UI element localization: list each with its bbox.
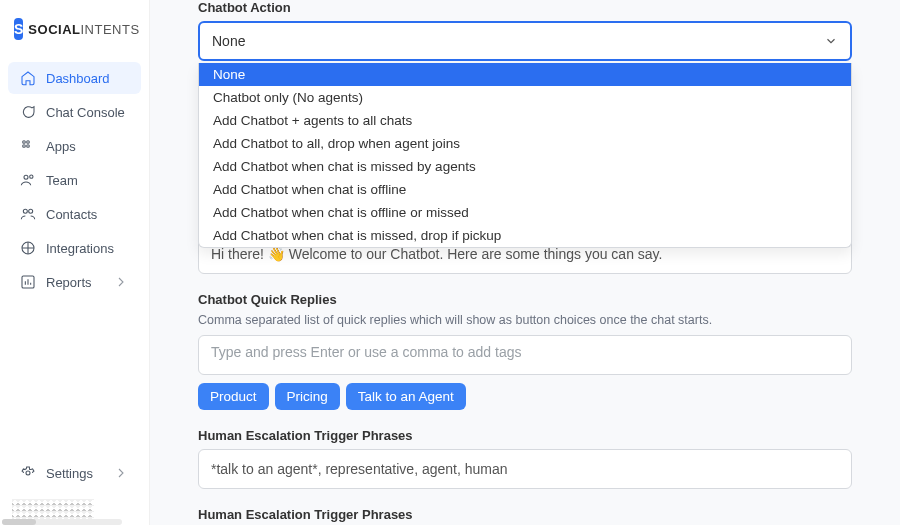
sidebar-item-reports[interactable]: Reports <box>8 266 141 298</box>
sidebar-item-integrations[interactable]: Integrations <box>8 232 141 264</box>
chevron-down-icon <box>824 34 838 48</box>
chat-icon <box>20 104 36 120</box>
escalation-response-label: Human Escalation Trigger Phrases <box>198 507 852 522</box>
home-icon <box>20 70 36 86</box>
chatbot-action-label: Chatbot Action <box>198 0 852 15</box>
dropdown-option[interactable]: Add Chatbot when chat is offline or miss… <box>199 201 851 224</box>
dropdown-option[interactable]: Add Chatbot + agents to all chats <box>199 109 851 132</box>
reports-icon <box>20 274 36 290</box>
main-content: Chatbot Action None None Chatbot only (N… <box>150 0 900 525</box>
quick-reply-tag[interactable]: Product <box>198 383 269 410</box>
quick-reply-tag[interactable]: Talk to an Agent <box>346 383 466 410</box>
svg-point-5 <box>30 175 33 178</box>
svg-point-10 <box>26 471 30 475</box>
quick-replies-help: Comma separated list of quick replies wh… <box>198 313 852 327</box>
svg-point-6 <box>23 209 27 213</box>
svg-point-4 <box>24 175 28 179</box>
dropdown-option[interactable]: Add Chatbot when chat is missed by agent… <box>199 155 851 178</box>
horizontal-scrollbar[interactable] <box>2 519 122 525</box>
sidebar-item-label: Dashboard <box>46 71 110 86</box>
dropdown-option[interactable]: Add Chatbot when chat is offline <box>199 178 851 201</box>
brand-logo-mark: S <box>14 18 23 40</box>
sidebar-item-dashboard[interactable]: Dashboard <box>8 62 141 94</box>
sidebar-item-label: Integrations <box>46 241 114 256</box>
svg-point-2 <box>23 145 26 148</box>
dropdown-option[interactable]: Add Chatbot when chat is missed, drop if… <box>199 224 851 247</box>
redacted-region <box>12 499 94 519</box>
svg-point-0 <box>23 141 26 144</box>
chatbot-action-dropdown: None Chatbot only (No agents) Add Chatbo… <box>198 63 852 248</box>
chatbot-action-select[interactable]: None <box>198 21 852 61</box>
sidebar-item-label: Contacts <box>46 207 97 222</box>
welcome-input-value: Hi there! 👋 Welcome to our Chatbot. Here… <box>211 246 662 262</box>
brand-logo-text: SOCIALINTENTS <box>28 22 139 37</box>
sidebar-item-contacts[interactable]: Contacts <box>8 198 141 230</box>
chatbot-action-select-wrap: None None Chatbot only (No agents) Add C… <box>198 21 852 61</box>
sidebar-item-label: Reports <box>46 275 92 290</box>
svg-point-1 <box>27 141 30 144</box>
quick-replies-label: Chatbot Quick Replies <box>198 292 852 307</box>
contacts-icon <box>20 206 36 222</box>
escalation-phrases-input[interactable]: *talk to an agent*, representative, agen… <box>198 449 852 489</box>
sidebar-item-label: Apps <box>46 139 76 154</box>
quick-reply-tag[interactable]: Pricing <box>275 383 340 410</box>
chevron-right-icon <box>113 465 129 481</box>
quick-replies-placeholder: Type and press Enter or use a comma to a… <box>211 344 522 360</box>
dropdown-option[interactable]: None <box>199 63 851 86</box>
sidebar: S SOCIALINTENTS Dashboard Chat Console A… <box>0 0 150 525</box>
svg-point-3 <box>27 145 30 148</box>
sidebar-nav: Dashboard Chat Console Apps Team Contact… <box>0 62 149 298</box>
sidebar-item-label: Settings <box>46 466 93 481</box>
sidebar-item-team[interactable]: Team <box>8 164 141 196</box>
sidebar-item-label: Team <box>46 173 78 188</box>
dropdown-option[interactable]: Chatbot only (No agents) <box>199 86 851 109</box>
sidebar-item-label: Chat Console <box>46 105 125 120</box>
quick-reply-tags: Product Pricing Talk to an Agent <box>198 383 852 410</box>
svg-point-7 <box>29 209 33 213</box>
quick-replies-input[interactable]: Type and press Enter or use a comma to a… <box>198 335 852 375</box>
escalation-phrases-value: *talk to an agent*, representative, agen… <box>211 461 508 477</box>
sidebar-item-settings[interactable]: Settings <box>8 457 141 489</box>
brand-logo: S SOCIALINTENTS <box>0 18 149 60</box>
integrations-icon <box>20 240 36 256</box>
sidebar-item-apps[interactable]: Apps <box>8 130 141 162</box>
chatbot-action-value: None <box>212 33 245 49</box>
gear-icon <box>20 465 36 481</box>
escalation-phrases-label: Human Escalation Trigger Phrases <box>198 428 852 443</box>
sidebar-item-chat-console[interactable]: Chat Console <box>8 96 141 128</box>
team-icon <box>20 172 36 188</box>
dropdown-option[interactable]: Add Chatbot to all, drop when agent join… <box>199 132 851 155</box>
apps-icon <box>20 138 36 154</box>
chevron-right-icon <box>113 274 129 290</box>
